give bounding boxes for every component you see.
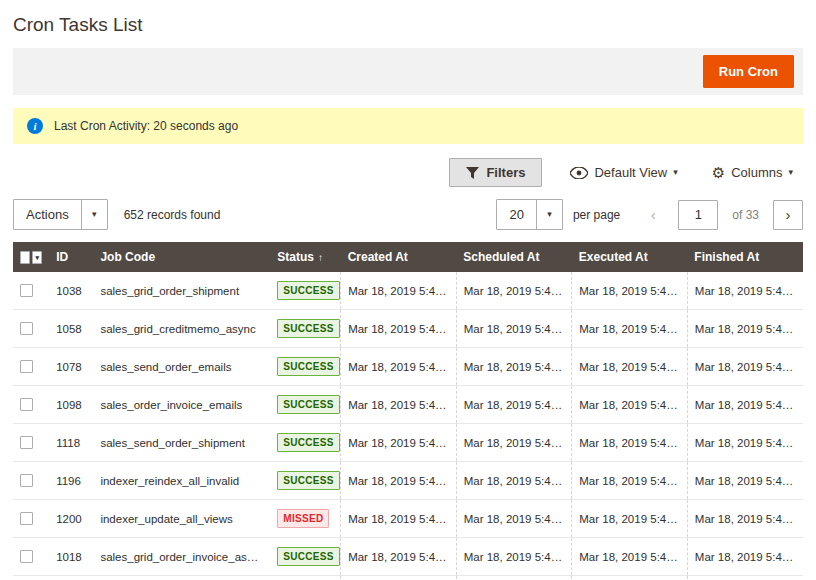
run-cron-button[interactable]: Run Cron xyxy=(703,55,794,88)
row-status-cell: SUCCESS xyxy=(270,348,340,386)
row-created-at: Mar 18, 2019 5:47:11 AM xyxy=(341,272,457,310)
row-created-at: Mar 18, 2019 5:47:13 AM xyxy=(341,500,457,538)
row-status-cell: PENDING xyxy=(270,576,340,580)
columns-button[interactable]: ⚙ Columns ▾ xyxy=(706,164,799,181)
info-icon: i xyxy=(27,118,43,134)
row-checkbox[interactable] xyxy=(20,322,33,335)
actions-select[interactable]: Actions ▾ xyxy=(13,199,108,230)
table-row[interactable]: 1098 sales_order_invoice_emails SUCCESS … xyxy=(13,386,803,424)
row-executed-at: Mar 18, 2019 5:47:20 AM xyxy=(572,310,688,348)
row-job-code: sales_send_order_emails xyxy=(93,348,270,386)
row-checkbox-cell xyxy=(13,424,49,462)
row-status-cell: SUCCESS xyxy=(270,272,340,310)
records-found-text: 652 records found xyxy=(124,208,221,222)
row-id: 1018 xyxy=(49,538,93,576)
table-body: 1038 sales_grid_order_shipment SUCCESS M… xyxy=(13,272,803,580)
table-row[interactable]: 1038 sales_grid_order_shipment SUCCESS M… xyxy=(13,272,803,310)
row-scheduled-at: Mar 18, 2019 5:47:00 AM xyxy=(456,424,572,462)
column-header-executed-at[interactable]: Executed At xyxy=(572,242,688,272)
row-id: 1038 xyxy=(49,272,93,310)
row-finished-at: Mar 18, 2019 5:47:20 AM xyxy=(687,424,803,462)
row-checkbox[interactable] xyxy=(20,436,33,449)
status-badge: SUCCESS xyxy=(277,357,339,376)
column-header-label: ID xyxy=(56,250,68,264)
table-row[interactable]: 1078 sales_send_order_emails SUCCESS Mar… xyxy=(13,348,803,386)
row-executed-at: Mar 18, 2019 5:47:21 AM xyxy=(572,500,688,538)
row-finished-at: Mar 18, 2019 5:47:20 AM xyxy=(687,272,803,310)
column-header-label: Status xyxy=(277,250,314,264)
default-view-button[interactable]: Default View ▾ xyxy=(564,164,683,181)
table-row[interactable]: 1118 sales_send_order_shipment SUCCESS M… xyxy=(13,424,803,462)
page-actions-toolbar: Run Cron xyxy=(13,48,803,95)
actions-select-value: Actions xyxy=(14,200,81,229)
per-page-select[interactable]: 20 ▾ xyxy=(496,199,562,230)
column-header-id[interactable]: ID xyxy=(49,242,93,272)
next-page-button[interactable]: › xyxy=(773,200,803,230)
cron-tasks-page: Cron Tasks List Run Cron i Last Cron Act… xyxy=(0,0,816,580)
row-created-at: Mar 18, 2019 5:47:11 AM xyxy=(341,348,457,386)
column-header-label: Job Code xyxy=(100,250,155,264)
row-id: 1024 xyxy=(49,576,93,580)
column-header-status[interactable]: Status↑ xyxy=(270,242,340,272)
row-status-cell: SUCCESS xyxy=(270,386,340,424)
column-header-scheduled-at[interactable]: Scheduled At xyxy=(456,242,572,272)
previous-page-button[interactable]: ‹ xyxy=(638,200,668,230)
table-row[interactable]: 1018 sales_grid_order_invoice_async SUCC… xyxy=(13,538,803,576)
eye-icon xyxy=(570,167,588,179)
row-executed-at: Mar 18, 2019 5:47:20 AM xyxy=(572,272,688,310)
chevron-down-icon: ▾ xyxy=(673,168,678,177)
row-checkbox[interactable] xyxy=(20,550,33,563)
table-header: ▾ ID Job Code Status↑ Created At Schedul… xyxy=(13,242,803,272)
current-page-input[interactable] xyxy=(678,200,718,230)
row-checkbox[interactable] xyxy=(20,360,33,373)
row-finished-at: Mar 18, 2019 5:47:20 AM xyxy=(687,310,803,348)
row-status-cell: SUCCESS xyxy=(270,462,340,500)
row-executed-at: Mar 18, 2019 5:47:20 AM xyxy=(572,424,688,462)
row-checkbox[interactable] xyxy=(20,284,33,297)
column-header-finished-at[interactable]: Finished At xyxy=(687,242,803,272)
row-checkbox[interactable] xyxy=(20,474,33,487)
row-scheduled-at: Mar 18, 2019 5:47:00 AM xyxy=(456,462,572,500)
row-job-code: indexer_reindex_all_invalid xyxy=(93,462,270,500)
row-status-cell: SUCCESS xyxy=(270,538,340,576)
select-all-dropdown[interactable]: ▾ xyxy=(32,251,42,264)
column-header-label: Finished At xyxy=(694,250,759,264)
row-job-code: sales_grid_order_shipment xyxy=(93,272,270,310)
per-page-label: per page xyxy=(573,208,620,222)
grid-controls-bottom: Actions ▾ 652 records found 20 ▾ per pag… xyxy=(13,199,803,230)
status-badge: MISSED xyxy=(277,509,329,528)
row-checkbox[interactable] xyxy=(20,512,33,525)
column-header-created-at[interactable]: Created At xyxy=(341,242,457,272)
chevron-down-icon: ▾ xyxy=(788,168,793,177)
row-executed-at xyxy=(572,576,688,580)
notice-text: Last Cron Activity: 20 seconds ago xyxy=(54,119,238,133)
row-finished-at: Mar 18, 2019 5:47:20 AM xyxy=(687,538,803,576)
row-executed-at: Mar 18, 2019 5:47:20 AM xyxy=(572,538,688,576)
row-scheduled-at: Mar 18, 2019 5:47:00 AM xyxy=(456,310,572,348)
row-id: 1078 xyxy=(49,348,93,386)
table-row[interactable]: 1058 sales_grid_creditmemo_async SUCCESS… xyxy=(13,310,803,348)
row-checkbox-cell xyxy=(13,348,49,386)
row-executed-at: Mar 18, 2019 5:47:20 AM xyxy=(572,348,688,386)
row-checkbox-cell xyxy=(13,310,49,348)
row-created-at: Mar 18, 2019 5:47:11 AM xyxy=(341,538,457,576)
table-row[interactable]: 1200 indexer_update_all_views MISSED Mar… xyxy=(13,500,803,538)
row-checkbox[interactable] xyxy=(20,398,33,411)
row-job-code: sales_order_invoice_emails xyxy=(93,386,270,424)
filters-label: Filters xyxy=(486,165,525,180)
table-row[interactable]: 1024 sales_grid_order_invoice_async PEND… xyxy=(13,576,803,580)
select-all-checkbox[interactable] xyxy=(20,251,30,264)
status-badge: SUCCESS xyxy=(277,395,339,414)
gear-icon: ⚙ xyxy=(712,165,725,180)
status-badge: SUCCESS xyxy=(277,547,339,566)
table-row[interactable]: 1196 indexer_reindex_all_invalid SUCCESS… xyxy=(13,462,803,500)
row-executed-at: Mar 18, 2019 5:47:21 AM xyxy=(572,462,688,500)
chevron-down-icon: ▾ xyxy=(36,254,40,261)
column-header-job-code[interactable]: Job Code xyxy=(93,242,270,272)
filter-funnel-icon xyxy=(466,167,479,179)
filters-button[interactable]: Filters xyxy=(449,158,542,187)
row-executed-at: Mar 18, 2019 5:47:20 AM xyxy=(572,386,688,424)
column-header-label: Executed At xyxy=(579,250,648,264)
per-page-value: 20 xyxy=(497,200,535,229)
row-finished-at: Mar 18, 2019 5:47:20 AM xyxy=(687,386,803,424)
